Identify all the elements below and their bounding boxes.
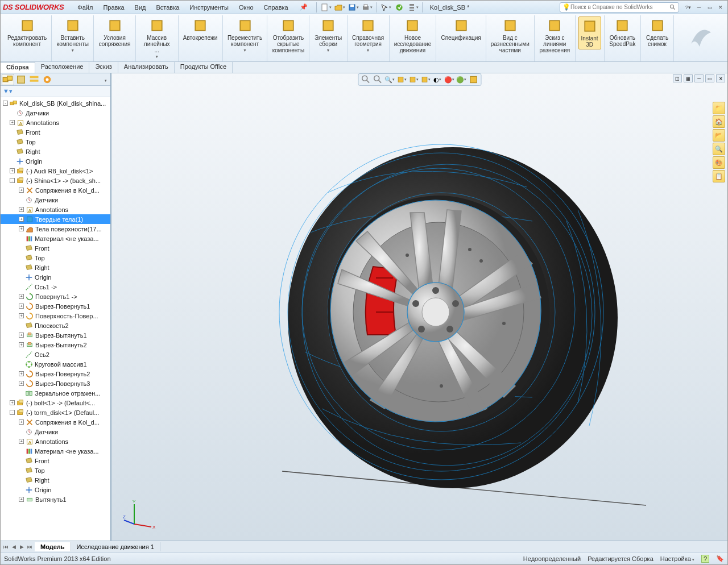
tree-row[interactable]: +Вырез-Вытянуть2 bbox=[1, 340, 110, 350]
tree-row[interactable]: +(-) Audi R8_kol_disk<1> bbox=[1, 166, 110, 176]
tab-продукты-office[interactable]: Продукты Office bbox=[175, 62, 233, 73]
feature-tree[interactable]: -Kol_disk_SB (Kol_disk_shina...Датчики+A… bbox=[1, 97, 110, 541]
hide-show-icon[interactable]: ◐ bbox=[432, 74, 442, 85]
menu-insert[interactable]: Вставка bbox=[151, 3, 184, 12]
tree-row[interactable]: Right bbox=[1, 263, 110, 272]
taskpane-appearances-icon[interactable]: 🎨 bbox=[713, 156, 725, 169]
expand-icon[interactable]: + bbox=[19, 381, 24, 386]
tree-row[interactable]: Origin bbox=[1, 272, 110, 282]
ribbon-btn-0[interactable]: Редактироватькомпонент bbox=[5, 16, 49, 48]
tree-row[interactable]: Top bbox=[1, 253, 110, 263]
expand-icon[interactable]: + bbox=[19, 439, 24, 444]
tree-row[interactable]: -(-) Shina<1> -> (back_sh... bbox=[1, 176, 110, 185]
panel-expand-icon[interactable] bbox=[102, 76, 109, 83]
expand-icon[interactable]: + bbox=[19, 342, 24, 347]
taskpane-resources-icon[interactable]: 📁 bbox=[713, 102, 725, 114]
property-manager-tab-icon[interactable] bbox=[15, 74, 27, 85]
tab-model[interactable]: Модель bbox=[35, 542, 71, 551]
tree-row[interactable]: Top bbox=[1, 466, 110, 475]
save-icon[interactable] bbox=[347, 2, 359, 13]
select-icon[interactable] bbox=[379, 2, 392, 13]
tree-row[interactable]: Origin bbox=[1, 156, 110, 166]
ribbon-btn-15[interactable]: Сделатьснимок bbox=[644, 16, 671, 48]
search-icon[interactable] bbox=[669, 4, 676, 11]
vp-link-icon[interactable]: ▦ bbox=[684, 74, 693, 82]
tree-row[interactable]: +Тела поверхности(17... bbox=[1, 224, 110, 234]
open-icon[interactable] bbox=[333, 2, 346, 13]
tree-row[interactable]: Материал <не указа... bbox=[1, 234, 110, 243]
tree-row[interactable]: Ось2 bbox=[1, 350, 110, 359]
filter-icon[interactable]: ▼▾ bbox=[3, 88, 13, 95]
ribbon-btn-9[interactable]: Новоеисследованиедвижения bbox=[392, 16, 434, 55]
tree-row[interactable]: Front bbox=[1, 127, 110, 137]
minimize-icon[interactable]: ─ bbox=[694, 3, 704, 11]
tree-row[interactable]: Материал <не указа... bbox=[1, 446, 110, 456]
menu-window[interactable]: Окно bbox=[234, 3, 258, 12]
tree-row[interactable]: +Твердые тела(1) bbox=[1, 214, 110, 224]
new-icon[interactable] bbox=[320, 2, 332, 13]
ribbon-btn-4[interactable]: Автокрепежи bbox=[181, 16, 220, 42]
expand-icon[interactable]: + bbox=[19, 304, 24, 309]
tree-row[interactable]: Зеркальное отражен... bbox=[1, 388, 110, 398]
tree-row[interactable]: Круговой массив1 bbox=[1, 359, 110, 369]
view-orientation-icon[interactable] bbox=[408, 74, 419, 85]
tree-row[interactable]: +Вырез-Повернуть2 bbox=[1, 369, 110, 379]
tab-расположение[interactable]: Расположение bbox=[35, 62, 90, 73]
ribbon-btn-13[interactable]: Instant3D bbox=[578, 16, 601, 49]
tree-row[interactable]: +Вырез-Вытянуть1 bbox=[1, 330, 110, 340]
tree-row[interactable]: Ось1 -> bbox=[1, 282, 110, 292]
display-style-icon[interactable] bbox=[420, 74, 431, 85]
expand-icon[interactable]: + bbox=[19, 313, 24, 318]
configuration-tab-icon[interactable] bbox=[28, 74, 40, 85]
menu-pin-icon[interactable]: 📌 bbox=[300, 3, 308, 11]
tree-row[interactable]: Front bbox=[1, 243, 110, 253]
status-help-icon[interactable]: ? bbox=[701, 555, 709, 563]
expand-icon[interactable]: + bbox=[19, 371, 24, 376]
search-input[interactable] bbox=[570, 4, 669, 10]
tree-row[interactable]: +Сопряжения в Kol_d... bbox=[1, 417, 110, 427]
tab-first-icon[interactable]: ⏮ bbox=[2, 544, 10, 550]
help-search[interactable]: 💡 bbox=[560, 2, 679, 13]
expand-icon[interactable]: - bbox=[3, 101, 8, 106]
taskpane-design-library-icon[interactable]: 🏠 bbox=[713, 115, 725, 128]
tree-row[interactable]: -Kol_disk_SB (Kol_disk_shina... bbox=[1, 98, 110, 108]
graphics-viewport[interactable]: 🔍 ◐ 🔴 🟢 ◫ ▦ ─ ▭ ✕ 📁 🏠 📂 🔍 🎨 📋 bbox=[111, 73, 727, 541]
ribbon-btn-5[interactable]: Переместитькомпонент▼ bbox=[225, 16, 264, 53]
tab-сборка[interactable]: Сборка bbox=[1, 62, 35, 73]
ribbon-btn-10[interactable]: Спецификация bbox=[439, 16, 483, 42]
tab-анализировать[interactable]: Анализировать bbox=[118, 62, 175, 73]
status-rebuild-icon[interactable]: 🔖 bbox=[716, 555, 724, 562]
status-settings[interactable]: Настройка bbox=[660, 555, 694, 562]
menu-tools[interactable]: Инструменты bbox=[185, 3, 233, 12]
expand-icon[interactable]: + bbox=[19, 294, 24, 299]
help-icon[interactable]: ?▾ bbox=[684, 3, 693, 11]
tree-row[interactable]: Плоскость2 bbox=[1, 321, 110, 330]
tab-motion-study[interactable]: Исследование движения 1 bbox=[71, 542, 160, 551]
dimxpert-tab-icon[interactable] bbox=[41, 74, 53, 85]
tab-last-icon[interactable]: ⏭ bbox=[26, 544, 34, 550]
previous-view-icon[interactable]: 🔍 bbox=[384, 74, 395, 85]
ribbon-btn-12[interactable]: Эскиз слиниямиразнесения bbox=[537, 16, 572, 55]
ribbon-btn-1[interactable]: Вставитькомпоненты▼ bbox=[55, 16, 91, 53]
menu-help[interactable]: Справка bbox=[259, 3, 293, 12]
taskpane-file-explorer-icon[interactable]: 📂 bbox=[713, 129, 725, 142]
expand-icon[interactable]: - bbox=[10, 178, 15, 183]
tab-prev-icon[interactable]: ◀ bbox=[10, 544, 18, 550]
tree-row[interactable]: +(-) bolt<1> -> (Default<... bbox=[1, 398, 110, 408]
taskpane-custom-props-icon[interactable]: 📋 bbox=[713, 170, 725, 182]
tree-row[interactable]: Датчики bbox=[1, 195, 110, 205]
vp-close-icon[interactable]: ✕ bbox=[716, 74, 725, 82]
tree-row[interactable]: +Вырез-Повернуть1 bbox=[1, 301, 110, 311]
ribbon-btn-8[interactable]: Справочнаягеометрия▼ bbox=[350, 16, 386, 53]
tree-row[interactable]: +Поверхность-Повер... bbox=[1, 311, 110, 321]
tree-row[interactable]: +Annotations bbox=[1, 118, 110, 127]
close-icon[interactable]: ✕ bbox=[716, 3, 725, 11]
ribbon-btn-14[interactable]: ОбновитьSpeedPak bbox=[607, 16, 638, 48]
tree-row[interactable]: +Вытянуть1 bbox=[1, 495, 110, 504]
expand-icon[interactable]: + bbox=[19, 217, 24, 222]
taskpane-view-palette-icon[interactable]: 🔍 bbox=[713, 143, 725, 155]
ribbon-btn-6[interactable]: Отобразитьскрытыекомпоненты bbox=[270, 16, 307, 55]
tree-row[interactable]: Right bbox=[1, 475, 110, 485]
scene-icon[interactable]: 🟢 bbox=[456, 74, 466, 85]
expand-icon[interactable]: + bbox=[19, 333, 24, 338]
